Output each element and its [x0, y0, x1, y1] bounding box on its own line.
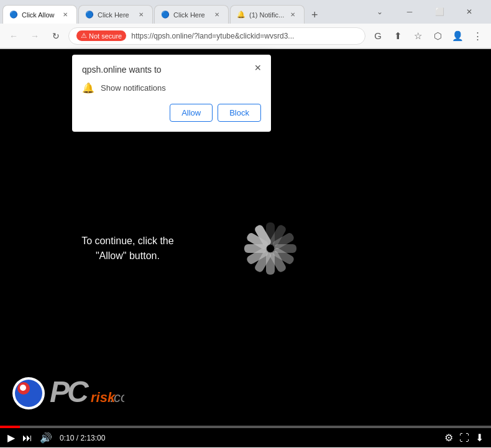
restore-button[interactable]: ⬜ [425, 2, 454, 21]
window-controls: ⌄ ─ ⬜ ✕ [360, 2, 489, 21]
allow-button[interactable]: Allow [170, 104, 213, 122]
forward-button[interactable]: → [26, 27, 44, 45]
tab-3-close[interactable]: ✕ [212, 10, 222, 20]
svg-text:PC: PC [50, 376, 89, 408]
tab-4-favicon: 🔔 [237, 11, 246, 19]
tab-4-close[interactable]: ✕ [288, 10, 298, 20]
google-icon[interactable]: G [369, 27, 387, 45]
tab-3[interactable]: 🔵 Click Here ✕ [154, 5, 229, 24]
svg-text:.com: .com [110, 390, 124, 405]
progress-fill [0, 426, 20, 428]
time-current: 0:10 [60, 434, 74, 442]
tab-2-title: Click Here [98, 11, 132, 19]
right-controls: ⚙ ⛶ ⬇ [444, 432, 484, 444]
popup-title: qpsh.online wants to [82, 65, 261, 75]
pcrisk-logo-inner [15, 380, 42, 407]
extensions-icon[interactable]: ⬡ [429, 27, 446, 45]
pcrisk-watermark: PC risk .com [12, 376, 124, 410]
title-bar: 🔵 Click Allow ✕ 🔵 Click Here ✕ 🔵 Click H… [0, 0, 491, 24]
bookmark-icon[interactable]: ☆ [409, 27, 426, 45]
tab-3-favicon: 🔵 [161, 11, 170, 19]
pcrisk-logo [12, 377, 45, 409]
controls-row: ▶ ⏭ 🔊 0:10 / 2:13:00 ⚙ ⛶ ⬇ [0, 428, 491, 447]
time-total: 2:13:00 [80, 434, 105, 442]
download-button[interactable]: ⬇ [475, 432, 484, 444]
profile-icon[interactable]: 👤 [449, 27, 466, 45]
reload-button[interactable]: ↻ [47, 27, 65, 45]
new-tab-button[interactable]: + [306, 6, 323, 24]
close-button[interactable]: ✕ [455, 2, 484, 21]
back-button[interactable]: ← [5, 27, 22, 45]
play-button[interactable]: ▶ [7, 432, 15, 444]
not-secure-label: Not secure [89, 32, 122, 40]
tab-4[interactable]: 🔔 (1) Notific... ✕ [230, 5, 305, 24]
tabs-container: 🔵 Click Allow ✕ 🔵 Click Here ✕ 🔵 Click H… [2, 0, 360, 24]
settings-button[interactable]: ⚙ [444, 432, 453, 444]
block-button[interactable]: Block [218, 104, 261, 122]
address-right-icons: G ⬆ ☆ ⬡ 👤 ⋮ [369, 27, 486, 45]
video-controls: ▶ ⏭ 🔊 0:10 / 2:13:00 ⚙ ⛶ ⬇ [0, 413, 491, 447]
minimize-button[interactable]: ─ [395, 2, 424, 21]
tab-list-button[interactable]: ⌄ [365, 2, 394, 21]
volume-button[interactable]: 🔊 [40, 432, 52, 444]
popup-close-button[interactable]: ✕ [251, 61, 265, 75]
notification-popup: ✕ qpsh.online wants to 🔔 Show notificati… [72, 55, 271, 132]
tab-1-title: Click Allow [22, 11, 57, 19]
not-secure-badge: ⚠ Not secure [76, 30, 126, 41]
browser-window: 🔵 Click Allow ✕ 🔵 Click Here ✕ 🔵 Click H… [0, 0, 491, 49]
tab-3-title: Click Here [173, 11, 208, 19]
loading-spinner [233, 211, 308, 286]
tab-1[interactable]: 🔵 Click Allow ✕ [2, 5, 77, 24]
url-display: https://qpsh.online/?land=ytube&clickid=… [131, 32, 294, 40]
menu-icon[interactable]: ⋮ [469, 27, 486, 45]
overlay-text: To continue, click the"Allow" button. [81, 234, 174, 263]
progress-bar[interactable] [0, 426, 491, 428]
address-bar: ← → ↻ ⚠ Not secure https://qpsh.online/?… [0, 24, 491, 48]
popup-buttons: Allow Block [82, 104, 261, 122]
pcrisk-text: PC risk .com [50, 376, 124, 410]
notification-row: 🔔 Show notifications [82, 82, 261, 94]
warning-icon: ⚠ [81, 32, 87, 40]
tab-4-title: (1) Notific... [249, 11, 284, 19]
time-display: 0:10 / 2:13:00 [60, 434, 105, 442]
bell-icon: 🔔 [82, 82, 94, 94]
tab-2[interactable]: 🔵 Click Here ✕ [78, 5, 153, 24]
tab-2-close[interactable]: ✕ [136, 10, 146, 20]
notification-label: Show notifications [101, 83, 166, 93]
pcrisk-logo-dot2 [20, 385, 26, 391]
address-input[interactable]: ⚠ Not secure https://qpsh.online/?land=y… [68, 27, 365, 45]
tab-1-favicon: 🔵 [9, 11, 18, 19]
next-button[interactable]: ⏭ [22, 432, 32, 444]
tab-1-close[interactable]: ✕ [60, 10, 70, 20]
pcrisk-svg-logo: PC risk .com [50, 376, 124, 410]
overlay-line1: To continue, click the"Allow" button. [81, 235, 174, 261]
spinner-wheel [233, 211, 308, 286]
fullscreen-button[interactable]: ⛶ [459, 432, 469, 444]
share-icon[interactable]: ⬆ [389, 27, 406, 45]
tab-2-favicon: 🔵 [85, 11, 94, 19]
